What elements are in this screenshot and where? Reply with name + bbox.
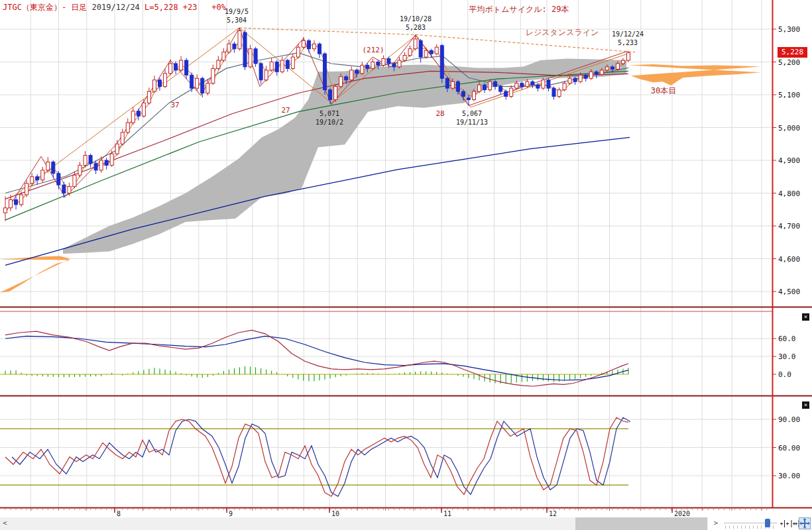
narrow-bars-icon [780,519,789,529]
axis-label: 60.00 [778,444,800,452]
axis-label: 4,800 [778,189,800,198]
candle-body [605,67,609,70]
candle-body [296,47,300,57]
candle-body [329,90,332,100]
candle-body [243,32,247,67]
candle-body [424,50,428,57]
axis-label: 12 [549,510,557,517]
scrollbar-thumb[interactable] [575,517,707,530]
candle-body [489,81,492,89]
close-icon[interactable]: × [802,313,809,321]
fit-chart-button[interactable] [799,517,811,529]
candle-body [307,40,310,48]
candle-body [414,39,417,49]
close-icon[interactable]: × [802,401,809,409]
candle-body [371,62,375,69]
candle-body [147,91,150,103]
axis-label: 90.00 [778,415,800,424]
candle-body [164,74,167,87]
candle-body [573,78,577,81]
indicator1-slow [5,336,628,380]
candle-body [46,162,50,170]
bar-width-slider[interactable] [724,517,777,530]
title-date: 2019/12/24 [92,3,145,12]
candle-body [233,44,236,48]
axis-label: 5,200 [778,58,800,67]
candle-body [15,199,18,204]
candle-body [211,68,215,83]
candle-body [478,85,481,91]
last-price-badge: 5,228 [778,47,807,58]
candle-body [185,60,188,75]
candle-body [595,72,598,74]
indicator2-fast [5,417,628,496]
narrow-bars-button[interactable] [780,519,789,529]
candle-body [499,87,502,91]
axis-label: 8 [117,510,121,517]
chart-canvas[interactable]: 5,3005,2005,1005,0004,9004,8004,7004,600… [0,0,812,530]
candle-body [99,160,103,170]
candle-body [504,91,508,96]
candle-body [94,164,97,170]
candle-body [456,81,459,91]
candle-body [531,81,534,85]
candle-body [547,80,550,88]
candle-body [318,44,321,54]
candle-body [451,81,454,88]
candle-body [589,72,593,78]
candle-body [461,91,465,96]
scroll-right-icon[interactable]: > [711,519,721,527]
candle-body [552,88,555,96]
candle-body [510,88,513,96]
candle-body [201,78,204,93]
candle-body [275,62,278,72]
scrollbar-track[interactable]: < [0,517,708,530]
candle-body [9,199,13,207]
candle-body [515,83,518,88]
candle-body [84,156,87,166]
candle-body [217,60,220,68]
candle-body [579,75,582,81]
candle-body [270,62,273,70]
candle-body [621,60,624,64]
candle-body [563,83,566,90]
candle-body [41,170,44,180]
scroll-left-icon[interactable]: < [3,519,7,527]
candle-body [392,64,396,67]
candle-body [355,70,359,74]
candle-body [25,184,29,195]
candle-body [180,60,183,70]
axis-label: 2020 [674,510,690,517]
candle-body [616,64,619,69]
axis-label: 11 [443,510,451,517]
kumo-cloud-orange [0,256,70,293]
candle-body [339,77,343,87]
candle-body [610,67,614,69]
candle-body [366,65,369,68]
candle-body [280,60,284,72]
candle-body [115,144,119,154]
indicator2-slow [12,417,630,496]
move-arrows-icon [799,518,810,529]
candle-body [152,80,156,91]
candle-body [302,40,305,47]
candle-body [190,75,194,88]
candle-body [264,70,268,80]
candle-body [536,85,540,88]
candle-body [20,195,23,205]
candle-body [158,80,161,87]
candle-body [600,70,603,74]
candle-body [62,185,66,193]
candle-body [377,62,380,66]
candle-body [568,78,571,83]
candle-body [73,175,76,186]
axis-label: 4,700 [778,222,800,231]
candle-body [254,49,257,64]
axis-label: 4,900 [778,156,800,165]
candle-body [403,56,406,60]
candle-body [238,30,241,48]
candle-body [398,60,401,67]
symbol-title: JTGC（東京金）- 日足 [3,3,92,12]
slider-thumb[interactable] [765,519,770,527]
candle-body [361,65,364,73]
